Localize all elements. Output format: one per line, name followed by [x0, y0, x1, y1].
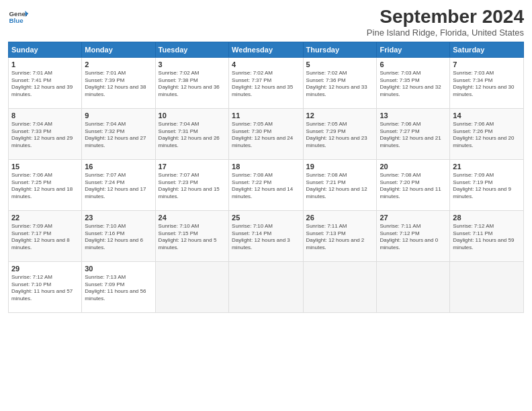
day-info: Sunrise: 7:06 AM Sunset: 7:27 PM Dayligh…	[380, 121, 447, 150]
calendar-day-cell: 5 Sunrise: 7:02 AM Sunset: 7:36 PM Dayli…	[303, 57, 377, 108]
day-number: 16	[85, 163, 152, 171]
calendar-day-cell	[155, 261, 228, 312]
day-info: Sunrise: 7:02 AM Sunset: 7:37 PM Dayligh…	[232, 70, 300, 99]
day-info: Sunrise: 7:05 AM Sunset: 7:29 PM Dayligh…	[306, 121, 374, 150]
day-number: 15	[11, 163, 79, 171]
calendar-day-cell: 16 Sunrise: 7:07 AM Sunset: 7:24 PM Dayl…	[82, 159, 155, 210]
day-info: Sunrise: 7:02 AM Sunset: 7:38 PM Dayligh…	[159, 70, 226, 99]
day-info: Sunrise: 7:10 AM Sunset: 7:15 PM Dayligh…	[159, 223, 226, 252]
day-of-week-header: Wednesday	[229, 42, 303, 57]
calendar-day-cell: 27 Sunrise: 7:11 AM Sunset: 7:12 PM Dayl…	[377, 210, 450, 261]
day-info: Sunrise: 7:03 AM Sunset: 7:35 PM Dayligh…	[380, 70, 447, 99]
day-number: 2	[85, 60, 152, 68]
day-number: 30	[85, 265, 152, 273]
calendar-day-cell: 14 Sunrise: 7:06 AM Sunset: 7:26 PM Dayl…	[450, 108, 524, 159]
calendar-day-cell: 10 Sunrise: 7:04 AM Sunset: 7:31 PM Dayl…	[155, 108, 228, 159]
day-info: Sunrise: 7:01 AM Sunset: 7:41 PM Dayligh…	[11, 70, 79, 99]
day-of-week-header: Thursday	[303, 42, 377, 57]
day-number: 26	[306, 214, 374, 222]
day-info: Sunrise: 7:02 AM Sunset: 7:36 PM Dayligh…	[306, 70, 374, 99]
day-info: Sunrise: 7:08 AM Sunset: 7:20 PM Dayligh…	[380, 172, 447, 201]
title-block: September 2024 Pine Island Ridge, Florid…	[367, 7, 524, 38]
day-info: Sunrise: 7:06 AM Sunset: 7:25 PM Dayligh…	[11, 172, 79, 201]
day-info: Sunrise: 7:04 AM Sunset: 7:33 PM Dayligh…	[11, 121, 79, 150]
day-of-week-header: Sunday	[9, 42, 82, 57]
day-number: 18	[232, 163, 300, 171]
day-of-week-header: Saturday	[450, 42, 524, 57]
day-number: 3	[159, 60, 226, 68]
calendar-day-cell	[303, 261, 377, 312]
logo-icon: General Blue	[8, 7, 28, 27]
day-number: 20	[380, 163, 447, 171]
day-info: Sunrise: 7:08 AM Sunset: 7:22 PM Dayligh…	[232, 172, 300, 201]
calendar-day-cell	[377, 261, 450, 312]
day-info: Sunrise: 7:13 AM Sunset: 7:09 PM Dayligh…	[85, 274, 152, 303]
calendar-day-cell: 1 Sunrise: 7:01 AM Sunset: 7:41 PM Dayli…	[9, 57, 82, 108]
calendar-day-cell: 15 Sunrise: 7:06 AM Sunset: 7:25 PM Dayl…	[9, 159, 82, 210]
day-number: 19	[306, 163, 374, 171]
calendar-day-cell: 28 Sunrise: 7:12 AM Sunset: 7:11 PM Dayl…	[450, 210, 524, 261]
calendar-day-cell: 19 Sunrise: 7:08 AM Sunset: 7:21 PM Dayl…	[303, 159, 377, 210]
day-of-week-header: Tuesday	[155, 42, 228, 57]
day-of-week-header: Monday	[82, 42, 155, 57]
day-number: 22	[11, 214, 79, 222]
calendar-body: 1 Sunrise: 7:01 AM Sunset: 7:41 PM Dayli…	[9, 57, 524, 312]
day-number: 12	[306, 111, 374, 120]
svg-text:Blue: Blue	[9, 17, 24, 24]
calendar-day-cell: 4 Sunrise: 7:02 AM Sunset: 7:37 PM Dayli…	[229, 57, 303, 108]
calendar-day-cell	[229, 261, 303, 312]
calendar-day-cell: 2 Sunrise: 7:01 AM Sunset: 7:39 PM Dayli…	[82, 57, 155, 108]
day-of-week-header: Friday	[377, 42, 450, 57]
day-info: Sunrise: 7:08 AM Sunset: 7:21 PM Dayligh…	[306, 172, 374, 201]
day-info: Sunrise: 7:04 AM Sunset: 7:31 PM Dayligh…	[159, 121, 226, 150]
day-info: Sunrise: 7:12 AM Sunset: 7:10 PM Dayligh…	[11, 274, 79, 303]
page-subtitle: Pine Island Ridge, Florida, United State…	[367, 28, 524, 38]
day-info: Sunrise: 7:07 AM Sunset: 7:23 PM Dayligh…	[159, 172, 226, 201]
logo: General Blue	[8, 7, 28, 27]
calendar-day-cell: 8 Sunrise: 7:04 AM Sunset: 7:33 PM Dayli…	[9, 108, 82, 159]
day-info: Sunrise: 7:10 AM Sunset: 7:16 PM Dayligh…	[85, 223, 152, 252]
day-info: Sunrise: 7:06 AM Sunset: 7:26 PM Dayligh…	[453, 121, 521, 150]
calendar-day-cell: 26 Sunrise: 7:11 AM Sunset: 7:13 PM Dayl…	[303, 210, 377, 261]
day-info: Sunrise: 7:03 AM Sunset: 7:34 PM Dayligh…	[453, 70, 521, 99]
calendar-day-cell: 25 Sunrise: 7:10 AM Sunset: 7:14 PM Dayl…	[229, 210, 303, 261]
day-info: Sunrise: 7:10 AM Sunset: 7:14 PM Dayligh…	[232, 223, 300, 252]
calendar-day-cell: 12 Sunrise: 7:05 AM Sunset: 7:29 PM Dayl…	[303, 108, 377, 159]
calendar-table: SundayMondayTuesdayWednesdayThursdayFrid…	[8, 42, 524, 313]
calendar-header: SundayMondayTuesdayWednesdayThursdayFrid…	[9, 42, 524, 57]
calendar-day-cell: 18 Sunrise: 7:08 AM Sunset: 7:22 PM Dayl…	[229, 159, 303, 210]
day-info: Sunrise: 7:01 AM Sunset: 7:39 PM Dayligh…	[85, 70, 152, 99]
day-number: 5	[306, 60, 374, 68]
day-number: 25	[232, 214, 300, 222]
calendar-day-cell: 17 Sunrise: 7:07 AM Sunset: 7:23 PM Dayl…	[155, 159, 228, 210]
calendar-week-row: 22 Sunrise: 7:09 AM Sunset: 7:17 PM Dayl…	[9, 210, 524, 261]
calendar-day-cell	[450, 261, 524, 312]
day-number: 24	[159, 214, 226, 222]
day-number: 7	[453, 60, 521, 68]
header: General Blue September 2024 Pine Island …	[8, 7, 524, 38]
day-info: Sunrise: 7:11 AM Sunset: 7:13 PM Dayligh…	[306, 223, 374, 252]
day-number: 10	[159, 111, 226, 120]
calendar-day-cell: 6 Sunrise: 7:03 AM Sunset: 7:35 PM Dayli…	[377, 57, 450, 108]
page-container: General Blue September 2024 Pine Island …	[0, 0, 532, 320]
day-number: 21	[453, 163, 521, 171]
day-info: Sunrise: 7:11 AM Sunset: 7:12 PM Dayligh…	[380, 223, 447, 252]
calendar-day-cell: 30 Sunrise: 7:13 AM Sunset: 7:09 PM Dayl…	[82, 261, 155, 312]
calendar-week-row: 15 Sunrise: 7:06 AM Sunset: 7:25 PM Dayl…	[9, 159, 524, 210]
day-number: 17	[159, 163, 226, 171]
days-of-week-row: SundayMondayTuesdayWednesdayThursdayFrid…	[9, 42, 524, 57]
day-number: 28	[453, 214, 521, 222]
calendar-week-row: 1 Sunrise: 7:01 AM Sunset: 7:41 PM Dayli…	[9, 57, 524, 108]
day-number: 1	[11, 60, 79, 68]
calendar-day-cell: 29 Sunrise: 7:12 AM Sunset: 7:10 PM Dayl…	[9, 261, 82, 312]
page-title: September 2024	[367, 7, 524, 28]
day-info: Sunrise: 7:12 AM Sunset: 7:11 PM Dayligh…	[453, 223, 521, 252]
calendar-day-cell: 9 Sunrise: 7:04 AM Sunset: 7:32 PM Dayli…	[82, 108, 155, 159]
day-number: 27	[380, 214, 447, 222]
calendar-day-cell: 3 Sunrise: 7:02 AM Sunset: 7:38 PM Dayli…	[155, 57, 228, 108]
day-number: 4	[232, 60, 300, 68]
day-number: 29	[11, 265, 79, 273]
calendar-day-cell: 23 Sunrise: 7:10 AM Sunset: 7:16 PM Dayl…	[82, 210, 155, 261]
day-info: Sunrise: 7:04 AM Sunset: 7:32 PM Dayligh…	[85, 121, 152, 150]
calendar-day-cell: 13 Sunrise: 7:06 AM Sunset: 7:27 PM Dayl…	[377, 108, 450, 159]
